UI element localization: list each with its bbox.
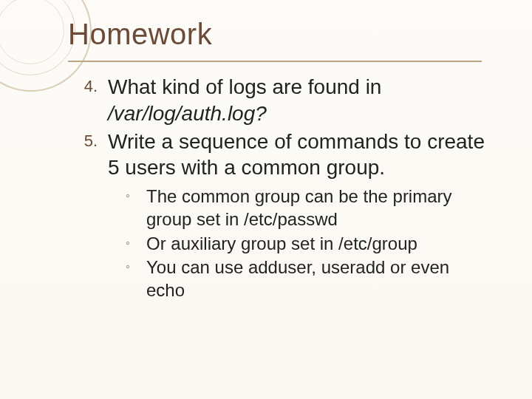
bullet-icon: ◦	[126, 185, 146, 204]
text-span: Write a sequence of commands to create 5…	[108, 130, 485, 180]
list-number: 4.	[74, 74, 108, 97]
sub-text: The common group can be the primary grou…	[146, 185, 488, 231]
slide: Homework 4. What kind of logs are found …	[0, 0, 532, 399]
text-span: What kind of logs are found in	[108, 75, 381, 98]
list-item: 4. What kind of logs are found in /var/l…	[74, 74, 488, 127]
text-span: ?	[255, 102, 267, 125]
text-italic: /var/log/auth.log	[108, 102, 255, 125]
slide-title: Homework	[68, 18, 212, 51]
sub-list-item: ◦ The common group can be the primary gr…	[126, 185, 488, 231]
list-item: 5. Write a sequence of commands to creat…	[74, 129, 488, 182]
list-number: 5.	[74, 129, 108, 151]
sub-list-item: ◦ Or auxiliary group set in /etc/group	[126, 233, 488, 256]
sub-text: You can use adduser, useradd or even ech…	[146, 256, 488, 301]
bullet-icon: ◦	[126, 233, 146, 251]
sub-list-item: ◦ You can use adduser, useradd or even e…	[126, 256, 488, 301]
list-text: Write a sequence of commands to create 5…	[108, 129, 488, 182]
sub-text: Or auxiliary group set in /etc/group	[146, 233, 417, 256]
list-text: What kind of logs are found in /var/log/…	[108, 74, 488, 127]
sub-list: ◦ The common group can be the primary gr…	[126, 185, 488, 302]
title-underline	[68, 61, 482, 62]
slide-body: 4. What kind of logs are found in /var/l…	[74, 74, 488, 304]
bullet-icon: ◦	[126, 256, 146, 275]
